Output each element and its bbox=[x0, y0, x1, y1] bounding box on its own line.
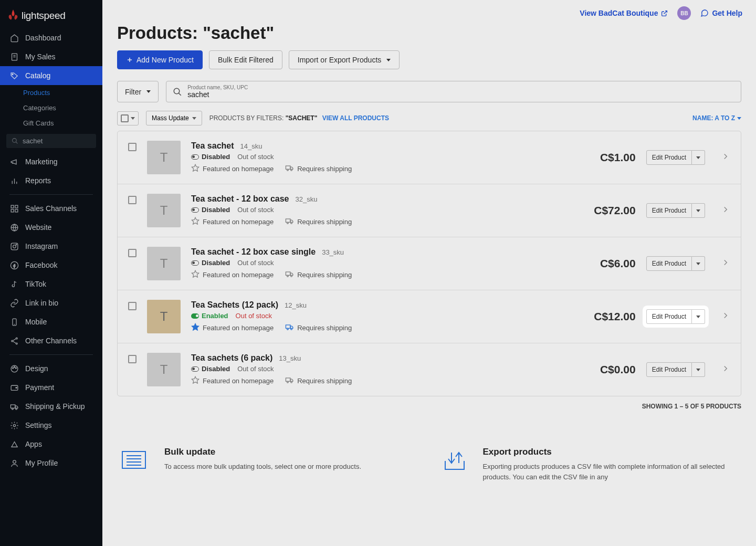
sidebar-item-payment[interactable]: Payment bbox=[0, 378, 102, 397]
product-search-field[interactable]: Product name, SKU, UPC sachet bbox=[166, 81, 741, 102]
sort-dropdown[interactable]: NAME: A TO Z bbox=[692, 114, 741, 122]
product-thumb[interactable]: T bbox=[147, 194, 181, 227]
product-name[interactable]: Tea sachets (6 pack) bbox=[191, 353, 272, 363]
svg-point-54 bbox=[291, 275, 292, 277]
sidebar-item-other-channels[interactable]: Other Channels bbox=[0, 331, 102, 350]
featured-meta: Featured on homepage bbox=[191, 270, 274, 280]
svg-rect-60 bbox=[286, 378, 291, 381]
sidebar-item-facebook[interactable]: Facebook bbox=[0, 256, 102, 275]
get-help-link[interactable]: Get Help bbox=[700, 9, 742, 17]
logo[interactable]: lightspeed bbox=[0, 0, 102, 28]
sidebar-item-marketing[interactable]: Marketing bbox=[0, 152, 102, 171]
edit-product-caret[interactable] bbox=[692, 203, 705, 218]
row-checkbox[interactable] bbox=[128, 196, 136, 204]
svg-rect-10 bbox=[15, 205, 17, 208]
product-name[interactable]: Tea Sachets (12 pack) bbox=[191, 300, 278, 310]
sidebar-item-instagram[interactable]: Instagram bbox=[0, 237, 102, 256]
stock-status: Out of stock bbox=[237, 153, 274, 161]
sidebar-item-link-in-bio[interactable]: Link in bio bbox=[0, 293, 102, 312]
sidebar-item-shipping-pickup[interactable]: Shipping & Pickup bbox=[0, 397, 102, 416]
sidebar-item-apps[interactable]: Apps bbox=[0, 435, 102, 454]
filter-button[interactable]: Filter bbox=[117, 81, 159, 102]
edit-product-caret[interactable] bbox=[692, 362, 705, 377]
sidebar-item-website[interactable]: Website bbox=[0, 218, 102, 237]
sidebar-sub-categories[interactable]: Categories bbox=[0, 100, 102, 116]
edit-product-button[interactable]: Edit Product bbox=[646, 362, 692, 377]
mass-update-button[interactable]: Mass Update bbox=[146, 111, 202, 125]
row-expand[interactable] bbox=[721, 152, 730, 163]
status-pill: Disabled bbox=[191, 365, 230, 373]
view-all-link[interactable]: VIEW ALL PRODUCTS bbox=[322, 114, 389, 122]
view-store-link[interactable]: View BadCat Boutique bbox=[580, 9, 668, 17]
truck-icon bbox=[9, 402, 19, 411]
promo-row: Bulk update To access more bulk updating… bbox=[117, 447, 741, 482]
product-sku: 33_sku bbox=[322, 248, 344, 256]
product-thumb[interactable]: T bbox=[147, 353, 181, 386]
edit-product-caret[interactable] bbox=[692, 309, 705, 324]
row-expand[interactable] bbox=[721, 364, 730, 375]
svg-point-3 bbox=[12, 74, 13, 75]
sidebar-item-settings[interactable]: Settings bbox=[0, 416, 102, 435]
share-icon bbox=[9, 336, 19, 345]
bulk-edit-button[interactable]: Bulk Edit Filtered bbox=[209, 50, 282, 69]
product-sku: 14_sku bbox=[240, 142, 262, 150]
toggle-icon bbox=[191, 313, 199, 319]
edit-product-button[interactable]: Edit Product bbox=[646, 256, 692, 271]
edit-product-group: Edit Product bbox=[646, 150, 705, 165]
svg-marker-43 bbox=[192, 164, 198, 171]
product-thumb[interactable]: T bbox=[147, 141, 181, 174]
sidebar-item-tiktok[interactable]: TikTok bbox=[0, 275, 102, 293]
filter-bar: Mass Update PRODUCTS BY FILTERS: "SACHET… bbox=[117, 111, 741, 125]
sidebar-item-catalog[interactable]: Catalog bbox=[0, 66, 102, 85]
edit-product-button[interactable]: Edit Product bbox=[646, 309, 692, 324]
svg-point-35 bbox=[13, 424, 15, 426]
sidebar-item-sales-channels[interactable]: Sales Channels bbox=[0, 199, 102, 218]
row-checkbox[interactable] bbox=[128, 249, 136, 257]
add-product-button[interactable]: Add New Product bbox=[117, 50, 203, 69]
product-name[interactable]: Tea sachet bbox=[191, 141, 234, 151]
product-row: T Tea sachet 14_sku Disabled Out of stoc… bbox=[118, 131, 741, 184]
sidebar-item-my-sales[interactable]: My Sales bbox=[0, 47, 102, 66]
sidebar-item-reports[interactable]: Reports bbox=[0, 171, 102, 190]
import-export-button[interactable]: Import or Export Products bbox=[289, 50, 400, 69]
sidebar-search[interactable]: sachet bbox=[6, 134, 96, 148]
tiktok-icon bbox=[9, 279, 19, 289]
action-row: Add New Product Bulk Edit Filtered Impor… bbox=[117, 50, 741, 69]
sidebar-sub-gift-cards[interactable]: Gift Cards bbox=[0, 116, 102, 131]
svg-point-61 bbox=[287, 381, 289, 383]
select-all-checkbox[interactable] bbox=[117, 111, 139, 125]
product-price: C$6.00 bbox=[578, 257, 636, 270]
svg-point-50 bbox=[291, 222, 292, 224]
sidebar-item-design[interactable]: Design bbox=[0, 359, 102, 378]
export-desc: Exporting products produces a CSV file w… bbox=[483, 461, 742, 482]
sidebar-search-value: sachet bbox=[23, 137, 43, 145]
star-icon bbox=[191, 217, 200, 227]
edit-product-caret[interactable] bbox=[692, 256, 705, 271]
avatar[interactable]: BB bbox=[677, 6, 691, 20]
sidebar-item-dashboard[interactable]: Dashboard bbox=[0, 28, 102, 47]
edit-product-caret[interactable] bbox=[692, 150, 705, 165]
product-thumb[interactable]: T bbox=[147, 300, 181, 333]
product-price: C$72.00 bbox=[578, 204, 636, 217]
row-expand[interactable] bbox=[721, 258, 730, 269]
row-checkbox[interactable] bbox=[128, 143, 136, 151]
sidebar-item-my-profile[interactable]: My Profile bbox=[0, 454, 102, 472]
product-thumb[interactable]: T bbox=[147, 247, 181, 280]
row-checkbox[interactable] bbox=[128, 355, 136, 363]
search-icon bbox=[173, 87, 182, 97]
chevron-down-icon bbox=[131, 117, 135, 120]
edit-product-button[interactable]: Edit Product bbox=[646, 150, 692, 165]
sidebar-sub-products[interactable]: Products bbox=[0, 85, 102, 100]
row-expand[interactable] bbox=[721, 205, 730, 216]
sidebar-item-mobile[interactable]: Mobile bbox=[0, 312, 102, 331]
export-title: Export products bbox=[483, 447, 742, 457]
edit-product-group: Edit Product bbox=[646, 203, 705, 218]
product-name[interactable]: Tea sachet - 12 box case single bbox=[191, 247, 316, 257]
product-row: T Tea sachet - 12 box case 32_sku Disabl… bbox=[118, 184, 741, 237]
featured-meta: Featured on homepage bbox=[191, 376, 274, 386]
product-name[interactable]: Tea sachet - 12 box case bbox=[191, 194, 289, 204]
product-list: T Tea sachet 14_sku Disabled Out of stoc… bbox=[117, 131, 741, 396]
row-checkbox[interactable] bbox=[128, 302, 136, 310]
edit-product-button[interactable]: Edit Product bbox=[646, 203, 692, 218]
row-expand[interactable] bbox=[721, 311, 730, 322]
